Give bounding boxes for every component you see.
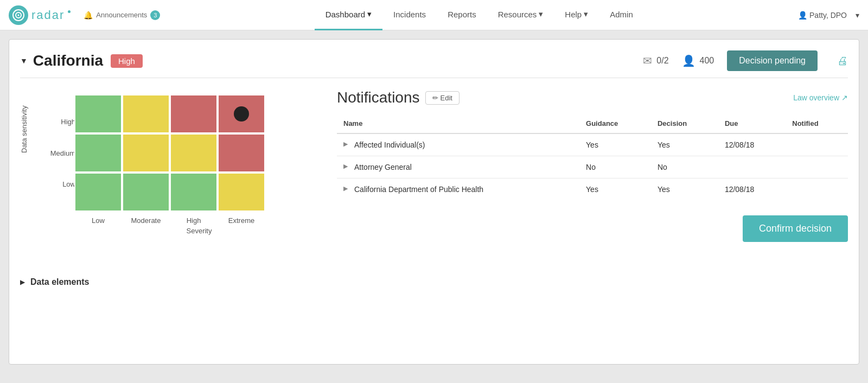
announcements-badge: 3 xyxy=(150,10,160,20)
person-stat: 👤 400 xyxy=(682,54,714,67)
navbar: radar 🔔 Announcements 3 Dashboard ▾ Inci… xyxy=(0,0,868,30)
law-overview-label: Law overview xyxy=(793,93,839,102)
announcements-label: Announcements xyxy=(96,11,147,19)
cell-low-low xyxy=(74,173,122,212)
data-elements-row[interactable]: ▶ Data elements xyxy=(20,277,324,287)
cell-medium-high xyxy=(170,133,218,173)
nav-reports-label: Reports xyxy=(448,10,476,19)
row-expand-arrow-2[interactable]: ▶ xyxy=(343,185,348,192)
nav-dashboard-label: Dashboard xyxy=(326,10,365,19)
cell-low-high xyxy=(170,173,218,212)
col-due: Due xyxy=(718,114,786,133)
nav-help-label: Help xyxy=(565,10,582,19)
edit-button[interactable]: ✏ Edit xyxy=(425,91,459,105)
confirm-section: Confirm decision xyxy=(337,215,848,242)
nav-center: Dashboard ▾ Incidents Reports Resources … xyxy=(315,0,644,30)
row-name-1: ▶ Attorney General xyxy=(337,156,579,178)
cell-high-low xyxy=(74,94,122,133)
row-guidance-1: No xyxy=(579,156,651,178)
cell-medium-extreme xyxy=(218,133,265,173)
row-expand-arrow-1[interactable]: ▶ xyxy=(343,163,348,170)
nav-item-reports[interactable]: Reports xyxy=(437,0,487,30)
matrix-wrapper: Data sensitivity High Medium Low xyxy=(20,94,324,262)
row-name-2: ▶ California Department of Public Health xyxy=(337,178,579,201)
severity-badge: High xyxy=(111,54,143,68)
row-expand-arrow-0[interactable]: ▶ xyxy=(343,141,348,148)
print-icon[interactable]: 🖨 xyxy=(837,55,848,67)
main-content: ▼ California High ✉ 0/2 👤 400 Decision p… xyxy=(0,30,868,373)
nav-admin-label: Admin xyxy=(610,10,633,19)
email-icon: ✉ xyxy=(643,54,652,67)
notifications-title: Notifications xyxy=(337,89,420,106)
california-card: ▼ California High ✉ 0/2 👤 400 Decision p… xyxy=(9,39,859,365)
cell-medium-low xyxy=(74,133,122,173)
notifications-title-area: Notifications ✏ Edit xyxy=(337,89,459,106)
nav-item-dashboard[interactable]: Dashboard ▾ xyxy=(315,0,382,30)
nav-item-help[interactable]: Help ▾ xyxy=(554,0,599,30)
row-guidance-2: Yes xyxy=(579,178,651,201)
notifications-table: Name Guidance Decision Due Notified ▶ Af… xyxy=(337,114,848,200)
nav-dashboard-arrow: ▾ xyxy=(367,9,372,19)
decision-pending-button[interactable]: Decision pending xyxy=(727,50,818,71)
matrix-row-low xyxy=(74,173,265,212)
cell-low-extreme xyxy=(218,173,265,212)
row-label-medium: Medium xyxy=(48,149,75,157)
row-guidance-0: Yes xyxy=(579,133,651,156)
user-icon: 👤 xyxy=(798,11,807,20)
row-notified-1 xyxy=(786,156,848,178)
confirm-decision-button[interactable]: Confirm decision xyxy=(743,215,848,242)
edit-icon: ✏ xyxy=(432,94,438,102)
cell-low-moderate xyxy=(122,173,170,212)
col-label-extreme: Extreme xyxy=(218,216,265,225)
row-name-0: ▶ Affected Individual(s) xyxy=(337,133,579,156)
y-axis-label: Data sensitivity xyxy=(20,152,28,153)
person-icon: 👤 xyxy=(682,54,695,67)
table-row[interactable]: ▶ Affected Individual(s) Yes Yes 12/08/1… xyxy=(337,133,848,156)
brand: radar xyxy=(9,5,71,25)
table-row[interactable]: ▶ Attorney General No No xyxy=(337,156,848,178)
row-label-low: Low xyxy=(48,180,75,188)
table-row[interactable]: ▶ California Department of Public Health… xyxy=(337,178,848,201)
user-dropdown-arrow[interactable]: ▾ xyxy=(856,11,859,20)
email-count: 0/2 xyxy=(656,56,668,66)
brand-dot xyxy=(68,10,71,13)
nav-help-arrow: ▾ xyxy=(584,9,588,19)
col-label-low: Low xyxy=(74,216,122,225)
row-labels: High Medium Low xyxy=(48,94,75,212)
col-label-moderate: Moderate xyxy=(122,216,170,225)
card-body: Data sensitivity High Medium Low xyxy=(20,89,848,287)
law-overview-link[interactable]: Law overview ↗ xyxy=(793,93,848,102)
row-due-1 xyxy=(718,156,786,178)
user-name: Patty, DPO xyxy=(809,11,847,20)
nav-resources-arrow: ▾ xyxy=(539,9,543,19)
svg-point-2 xyxy=(18,14,20,16)
announcements[interactable]: 🔔 Announcements 3 xyxy=(84,10,160,20)
row-decision-2: Yes xyxy=(651,178,718,201)
collapse-button[interactable]: ▼ xyxy=(20,56,28,65)
cell-high-high xyxy=(170,94,218,133)
table-body: ▶ Affected Individual(s) Yes Yes 12/08/1… xyxy=(337,133,848,200)
person-count: 400 xyxy=(700,56,714,66)
data-elements-arrow: ▶ xyxy=(20,278,25,286)
cell-high-moderate xyxy=(122,94,170,133)
matrix-row-medium xyxy=(74,133,265,173)
data-elements-label: Data elements xyxy=(30,277,90,287)
brand-icon xyxy=(9,5,28,25)
notifications-header: Notifications ✏ Edit Law overview ↗ xyxy=(337,89,848,106)
row-due-2: 12/08/18 xyxy=(718,178,786,201)
user-profile[interactable]: 👤 Patty, DPO xyxy=(798,11,847,20)
nav-item-resources[interactable]: Resources ▾ xyxy=(487,0,554,30)
email-stat: ✉ 0/2 xyxy=(643,54,668,67)
col-guidance: Guidance xyxy=(579,114,651,133)
header-stats: ✉ 0/2 👤 400 Decision pending 🖨 xyxy=(643,50,848,71)
nav-item-incidents[interactable]: Incidents xyxy=(382,0,437,30)
right-column: Notifications ✏ Edit Law overview ↗ xyxy=(337,89,848,287)
table-header: Name Guidance Decision Due Notified xyxy=(337,114,848,133)
row-decision-0: Yes xyxy=(651,133,718,156)
card-header: ▼ California High ✉ 0/2 👤 400 Decision p… xyxy=(20,50,848,78)
matrix-row-high xyxy=(74,94,265,133)
row-due-0: 12/08/18 xyxy=(718,133,786,156)
bell-icon: 🔔 xyxy=(84,11,93,20)
edit-label: Edit xyxy=(441,94,452,102)
nav-item-admin[interactable]: Admin xyxy=(599,0,644,30)
